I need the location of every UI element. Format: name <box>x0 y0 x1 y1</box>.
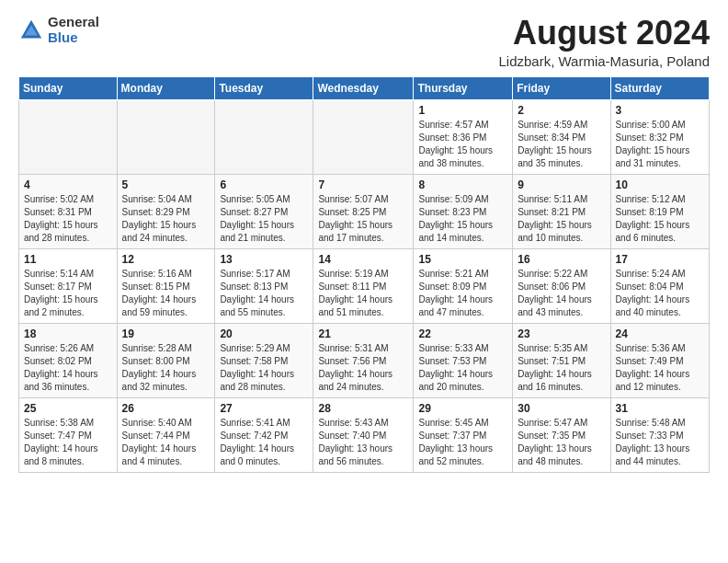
month-title: August 2024 <box>498 15 710 52</box>
day-number: 13 <box>220 253 308 266</box>
day-info: Sunrise: 5:41 AM Sunset: 7:42 PM Dayligh… <box>220 417 308 468</box>
calendar-table: SundayMondayTuesdayWednesdayThursdayFrid… <box>18 76 710 473</box>
calendar-cell: 23Sunrise: 5:35 AM Sunset: 7:51 PM Dayli… <box>513 323 610 397</box>
title-block: August 2024 Lidzbark, Warmia-Masuria, Po… <box>498 15 710 69</box>
logo-blue-text: Blue <box>48 30 99 46</box>
calendar-cell: 14Sunrise: 5:19 AM Sunset: 8:11 PM Dayli… <box>313 248 414 323</box>
day-info: Sunrise: 5:17 AM Sunset: 8:13 PM Dayligh… <box>220 268 308 319</box>
calendar-cell: 12Sunrise: 5:16 AM Sunset: 8:15 PM Dayli… <box>117 248 215 323</box>
day-number: 17 <box>616 253 704 266</box>
calendar-cell: 16Sunrise: 5:22 AM Sunset: 8:06 PM Dayli… <box>513 248 610 323</box>
day-info: Sunrise: 5:21 AM Sunset: 8:09 PM Dayligh… <box>418 268 507 319</box>
day-number: 30 <box>518 402 605 415</box>
day-info: Sunrise: 5:19 AM Sunset: 8:11 PM Dayligh… <box>318 268 408 319</box>
calendar-cell: 13Sunrise: 5:17 AM Sunset: 8:13 PM Dayli… <box>215 248 313 323</box>
calendar-cell: 8Sunrise: 5:09 AM Sunset: 8:23 PM Daylig… <box>414 174 513 248</box>
day-number: 21 <box>318 327 408 340</box>
day-number: 4 <box>24 178 112 191</box>
weekday-header-saturday: Saturday <box>610 76 709 99</box>
calendar-cell <box>117 99 215 174</box>
logo: General Blue <box>18 15 99 45</box>
logo-general-text: General <box>48 15 99 30</box>
day-info: Sunrise: 5:36 AM Sunset: 7:49 PM Dayligh… <box>616 342 704 394</box>
day-number: 9 <box>518 178 605 191</box>
calendar-cell <box>19 99 118 174</box>
calendar-cell: 7Sunrise: 5:07 AM Sunset: 8:25 PM Daylig… <box>313 174 414 248</box>
calendar-cell: 4Sunrise: 5:02 AM Sunset: 8:31 PM Daylig… <box>19 174 118 248</box>
logo-icon <box>18 17 44 43</box>
weekday-header-thursday: Thursday <box>414 76 513 99</box>
day-number: 29 <box>418 402 507 415</box>
week-row-2: 4Sunrise: 5:02 AM Sunset: 8:31 PM Daylig… <box>19 174 710 248</box>
calendar-cell: 1Sunrise: 4:57 AM Sunset: 8:36 PM Daylig… <box>414 99 513 174</box>
day-number: 15 <box>418 253 507 266</box>
day-number: 23 <box>518 327 605 340</box>
calendar-cell: 28Sunrise: 5:43 AM Sunset: 7:40 PM Dayli… <box>313 397 414 472</box>
day-number: 26 <box>122 402 210 415</box>
calendar-cell: 27Sunrise: 5:41 AM Sunset: 7:42 PM Dayli… <box>215 397 313 472</box>
logo-text: General Blue <box>48 15 99 45</box>
week-row-1: 1Sunrise: 4:57 AM Sunset: 8:36 PM Daylig… <box>19 99 710 174</box>
weekday-header-sunday: Sunday <box>19 76 118 99</box>
day-info: Sunrise: 5:40 AM Sunset: 7:44 PM Dayligh… <box>122 417 210 468</box>
day-number: 11 <box>24 253 112 266</box>
week-row-5: 25Sunrise: 5:38 AM Sunset: 7:47 PM Dayli… <box>19 397 710 472</box>
day-info: Sunrise: 5:35 AM Sunset: 7:51 PM Dayligh… <box>518 342 605 394</box>
header: General Blue August 2024 Lidzbark, Warmi… <box>18 15 710 69</box>
calendar-cell: 18Sunrise: 5:26 AM Sunset: 8:02 PM Dayli… <box>19 323 118 397</box>
calendar-cell: 10Sunrise: 5:12 AM Sunset: 8:19 PM Dayli… <box>610 174 709 248</box>
day-info: Sunrise: 5:43 AM Sunset: 7:40 PM Dayligh… <box>318 417 408 468</box>
calendar-cell: 29Sunrise: 5:45 AM Sunset: 7:37 PM Dayli… <box>414 397 513 472</box>
day-number: 20 <box>220 327 308 340</box>
day-info: Sunrise: 5:24 AM Sunset: 8:04 PM Dayligh… <box>616 268 704 319</box>
day-info: Sunrise: 5:02 AM Sunset: 8:31 PM Dayligh… <box>24 193 112 245</box>
calendar-cell: 19Sunrise: 5:28 AM Sunset: 8:00 PM Dayli… <box>117 323 215 397</box>
weekday-header-monday: Monday <box>117 76 215 99</box>
week-row-3: 11Sunrise: 5:14 AM Sunset: 8:17 PM Dayli… <box>19 248 710 323</box>
day-info: Sunrise: 5:33 AM Sunset: 7:53 PM Dayligh… <box>418 342 507 394</box>
day-info: Sunrise: 5:29 AM Sunset: 7:58 PM Dayligh… <box>220 342 308 394</box>
day-info: Sunrise: 5:04 AM Sunset: 8:29 PM Dayligh… <box>122 193 210 245</box>
day-number: 31 <box>616 402 704 415</box>
calendar-cell: 20Sunrise: 5:29 AM Sunset: 7:58 PM Dayli… <box>215 323 313 397</box>
calendar-cell <box>215 99 313 174</box>
weekday-header-friday: Friday <box>513 76 610 99</box>
day-number: 28 <box>318 402 408 415</box>
calendar-cell: 25Sunrise: 5:38 AM Sunset: 7:47 PM Dayli… <box>19 397 118 472</box>
week-row-4: 18Sunrise: 5:26 AM Sunset: 8:02 PM Dayli… <box>19 323 710 397</box>
day-number: 8 <box>418 178 507 191</box>
day-info: Sunrise: 4:59 AM Sunset: 8:34 PM Dayligh… <box>518 119 605 170</box>
calendar-cell: 22Sunrise: 5:33 AM Sunset: 7:53 PM Dayli… <box>414 323 513 397</box>
calendar-cell: 6Sunrise: 5:05 AM Sunset: 8:27 PM Daylig… <box>215 174 313 248</box>
calendar-cell: 9Sunrise: 5:11 AM Sunset: 8:21 PM Daylig… <box>513 174 610 248</box>
day-number: 10 <box>616 178 704 191</box>
day-number: 22 <box>418 327 507 340</box>
day-info: Sunrise: 5:09 AM Sunset: 8:23 PM Dayligh… <box>418 193 507 245</box>
calendar-cell: 24Sunrise: 5:36 AM Sunset: 7:49 PM Dayli… <box>610 323 709 397</box>
location-title: Lidzbark, Warmia-Masuria, Poland <box>498 53 710 69</box>
calendar-cell: 5Sunrise: 5:04 AM Sunset: 8:29 PM Daylig… <box>117 174 215 248</box>
calendar-cell: 30Sunrise: 5:47 AM Sunset: 7:35 PM Dayli… <box>513 397 610 472</box>
day-number: 7 <box>318 178 408 191</box>
day-info: Sunrise: 5:11 AM Sunset: 8:21 PM Dayligh… <box>518 193 605 245</box>
calendar-cell: 11Sunrise: 5:14 AM Sunset: 8:17 PM Dayli… <box>19 248 118 323</box>
day-info: Sunrise: 5:22 AM Sunset: 8:06 PM Dayligh… <box>518 268 605 319</box>
calendar-cell: 15Sunrise: 5:21 AM Sunset: 8:09 PM Dayli… <box>414 248 513 323</box>
calendar-cell <box>313 99 414 174</box>
day-number: 16 <box>518 253 605 266</box>
day-number: 14 <box>318 253 408 266</box>
weekday-header-tuesday: Tuesday <box>215 76 313 99</box>
calendar-cell: 3Sunrise: 5:00 AM Sunset: 8:32 PM Daylig… <box>610 99 709 174</box>
day-info: Sunrise: 4:57 AM Sunset: 8:36 PM Dayligh… <box>418 119 507 170</box>
day-info: Sunrise: 5:28 AM Sunset: 8:00 PM Dayligh… <box>122 342 210 394</box>
day-info: Sunrise: 5:05 AM Sunset: 8:27 PM Dayligh… <box>220 193 308 245</box>
calendar-cell: 21Sunrise: 5:31 AM Sunset: 7:56 PM Dayli… <box>313 323 414 397</box>
day-number: 6 <box>220 178 308 191</box>
calendar-cell: 2Sunrise: 4:59 AM Sunset: 8:34 PM Daylig… <box>513 99 610 174</box>
day-info: Sunrise: 5:00 AM Sunset: 8:32 PM Dayligh… <box>616 119 704 170</box>
day-number: 5 <box>122 178 210 191</box>
day-info: Sunrise: 5:14 AM Sunset: 8:17 PM Dayligh… <box>24 268 112 319</box>
day-number: 12 <box>122 253 210 266</box>
day-number: 19 <box>122 327 210 340</box>
day-info: Sunrise: 5:07 AM Sunset: 8:25 PM Dayligh… <box>318 193 408 245</box>
